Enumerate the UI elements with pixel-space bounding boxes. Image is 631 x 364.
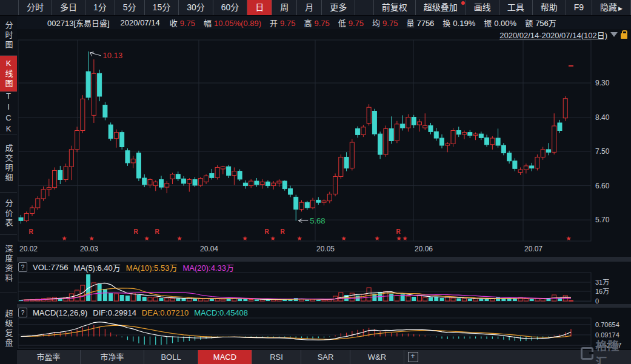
indicator-tab-wr[interactable]: W&R: [350, 350, 404, 364]
volume-value: VOL:7756: [33, 263, 68, 272]
svg-text:5.68: 5.68: [310, 216, 325, 225]
tab-fenshi[interactable]: 分时: [18, 0, 52, 15]
svg-text:★: ★: [177, 235, 182, 242]
field-low: 低9.75: [338, 17, 364, 28]
indicator-tab-macd[interactable]: MACD: [198, 350, 252, 364]
macd-name: MACD(12,26,9): [33, 308, 87, 317]
sidebar-item-super-review[interactable]: 超级复盘: [0, 293, 17, 364]
indicator-tab-pe[interactable]: 市盈率: [17, 350, 81, 364]
macd-header: ? MACD(12,26,9) DIF:0.29914 DEA:0.07210 …: [18, 307, 248, 318]
tab-duori[interactable]: 多日: [52, 0, 85, 15]
tab-min30[interactable]: 30分: [178, 0, 213, 15]
svg-text:20.04: 20.04: [200, 245, 218, 253]
sidebar-item-time-chart[interactable]: 分时图: [0, 16, 17, 56]
svg-text:★: ★: [144, 235, 150, 242]
svg-text:7.50: 7.50: [595, 147, 610, 156]
sidebar-item-depth-info[interactable]: 深度资料: [0, 235, 17, 293]
svg-text:R: R: [264, 228, 269, 235]
stock-info-bar: 002713[东易日盛] 2020/07/14 收9.75幅10.05%(0.8…: [17, 16, 631, 29]
tab-qianfuquan[interactable]: 前复权: [373, 0, 415, 15]
svg-text:★: ★: [402, 235, 408, 242]
add-indicator-button[interactable]: +: [404, 350, 421, 364]
action-tabs: 前复权超级叠加画线工具帮助F9隐藏▶: [373, 0, 631, 15]
field-open: 开9.75: [270, 17, 295, 28]
sidebar-item-trade-detail[interactable]: 成交明细: [0, 134, 17, 193]
kline-chart-canvas[interactable]: 9.308.407.506.605.7020.0220.0320.0420.05…: [17, 29, 631, 257]
indicator-tab-pb[interactable]: 市净率: [81, 350, 144, 364]
tab-min1[interactable]: 1分: [85, 0, 115, 15]
tab-week[interactable]: 周: [272, 0, 296, 15]
volume-ma10: MA(10):5.53万: [126, 262, 178, 273]
period-toolbar: 分时多日1分5分15分30分60分日周月更多 前复权超级叠加画线工具帮助F9隐藏…: [0, 0, 631, 16]
svg-text:★: ★: [341, 235, 347, 242]
tab-min60[interactable]: 60分: [213, 0, 247, 15]
sidebar-item-kline-chart[interactable]: K线图: [0, 56, 17, 92]
volume-help-icon[interactable]: ?: [18, 262, 27, 272]
svg-text:0.70654: 0.70654: [595, 321, 619, 328]
svg-text:R: R: [280, 228, 285, 235]
svg-text:★: ★: [270, 235, 276, 242]
field-change: 幅10.05%(0.89): [204, 17, 261, 28]
svg-text:★: ★: [89, 235, 95, 242]
logo-g-icon: [581, 347, 593, 360]
gelonghui-logo: 格隆汇: [581, 345, 631, 361]
sidebar-item-price-table[interactable]: 分价表: [0, 193, 17, 235]
indicator-tab-boll[interactable]: BOLL: [144, 350, 198, 364]
svg-text:6.60: 6.60: [595, 182, 610, 190]
tab-hide[interactable]: 隐藏▶: [592, 0, 631, 15]
svg-text:0: 0: [595, 297, 599, 304]
svg-text:5.70: 5.70: [595, 216, 610, 224]
svg-text:R: R: [155, 228, 159, 235]
svg-text:★: ★: [242, 235, 248, 242]
tab-min15[interactable]: 15分: [144, 0, 179, 15]
tab-more[interactable]: 更多: [321, 0, 355, 15]
tab-f9[interactable]: F9: [566, 0, 592, 15]
indicator-tabbar: 市盈率市净率BOLLMACDRSISARW&R+: [17, 349, 631, 364]
macd-dea: DEA:0.07210: [142, 308, 189, 317]
tab-tools[interactable]: 工具: [499, 0, 532, 15]
logo-text: 格隆汇: [596, 337, 631, 364]
indicator-tab-sar[interactable]: SAR: [301, 350, 350, 364]
macd-value: MACD:0.45408: [194, 308, 248, 317]
volume-ma20: MA(20):4.33万: [182, 262, 234, 273]
field-amplitude: 振0.00%: [484, 17, 516, 28]
notification-dot: [461, 1, 465, 5]
tab-help[interactable]: 帮助: [532, 0, 566, 15]
sidebar-item-tick[interactable]: TICK: [0, 92, 17, 134]
expand-arrow-icon: ▶: [618, 5, 623, 12]
svg-text:20.02: 20.02: [19, 245, 38, 253]
tab-min5[interactable]: 5分: [115, 0, 144, 15]
tab-super-overlay[interactable]: 超级叠加: [415, 0, 466, 15]
svg-text:8.40: 8.40: [595, 113, 610, 122]
field-avg: 均9.75: [372, 17, 398, 28]
svg-text:20.03: 20.03: [80, 245, 98, 253]
svg-text:★: ★: [375, 235, 380, 242]
period-tabs: 分时多日1分5分15分30分60分日周月更多: [18, 0, 355, 15]
stock-code-name: 002713[东易日盛]: [47, 17, 110, 28]
svg-text:★: ★: [62, 235, 67, 242]
stock-app-window: 分时多日1分5分15分30分60分日周月更多 前复权超级叠加画线工具帮助F9隐藏…: [0, 0, 631, 364]
svg-text:★: ★: [566, 235, 572, 242]
tab-draw-line[interactable]: 画线: [466, 0, 499, 15]
quote-fields: 收9.75幅10.05%(0.89)开9.75高9.75低9.75均9.75量7…: [170, 17, 565, 28]
volume-ma5: MA(5):6.40万: [74, 262, 121, 273]
tab-month[interactable]: 月: [296, 0, 321, 15]
field-high: 高9.75: [304, 17, 329, 28]
svg-text:20.06: 20.06: [415, 245, 433, 253]
svg-text:★: ★: [297, 235, 302, 242]
macd-help-icon[interactable]: ?: [18, 308, 27, 317]
field-turnover: 换0.19%: [442, 17, 475, 28]
volume-header: ? VOL:7756 MA(5):6.40万 MA(10):5.53万 MA(2…: [18, 262, 234, 273]
svg-text:9.30: 9.30: [595, 79, 610, 87]
quote-date: 2020/07/14: [121, 18, 160, 27]
svg-text:R: R: [396, 228, 401, 235]
tab-day[interactable]: 日: [247, 0, 272, 15]
svg-text:★: ★: [396, 235, 402, 242]
plus-icon: +: [408, 352, 418, 362]
svg-text:R: R: [28, 228, 33, 235]
svg-text:31万: 31万: [595, 279, 609, 286]
field-amount: 额756万: [525, 17, 556, 28]
indicator-tab-rsi[interactable]: RSI: [252, 350, 301, 364]
svg-text:20.05: 20.05: [316, 245, 335, 253]
svg-text:16万: 16万: [595, 288, 609, 295]
